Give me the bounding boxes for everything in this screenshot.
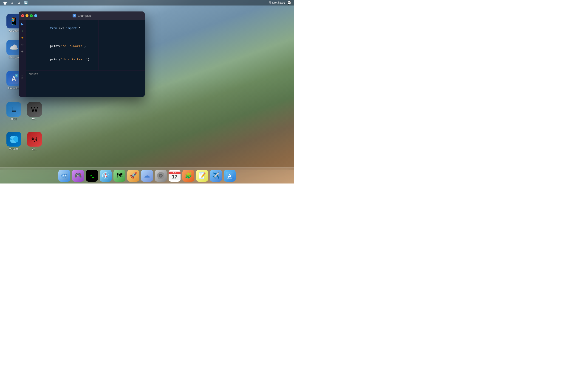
right-panel	[99, 20, 145, 70]
menubar: ⊘ ⚙ 🔄 周四晚上8:01 💬	[0, 0, 294, 6]
xfce-label: XFCE	[10, 118, 17, 120]
dock-terminal[interactable]: >_	[86, 170, 98, 182]
titlebar: × − + A Examples	[19, 11, 145, 20]
sidebar: ▶ ＋ ★ ☆ ✳	[19, 20, 26, 70]
settings-menu-icon: ⚙	[17, 0, 21, 5]
android-icon	[3, 0, 7, 5]
menu-time: 周四晚上8:01	[269, 1, 285, 5]
examples-label: Examples	[8, 87, 19, 90]
maximize-button[interactable]: +	[30, 14, 33, 17]
bookmark-button[interactable]: ☆	[20, 42, 25, 47]
desktop: ⊘ ⚙ 🔄 周四晚上8:01 💬 📱 AidCode Ju Ju... ☁️ C…	[0, 0, 294, 184]
output-sidebar: l o g	[19, 71, 26, 97]
run-button[interactable]: ▶	[20, 22, 25, 27]
code-area: from cvs import * print('hello,world') p…	[26, 20, 98, 70]
output-sidebar-g: g	[21, 77, 24, 79]
svg-text:A: A	[228, 173, 232, 179]
svg-rect-5	[4, 4, 5, 5]
code-line-5: print('open one image to show:')	[28, 66, 95, 70]
add-button[interactable]: ＋	[20, 28, 25, 33]
app-window: × − + A Examples	[19, 11, 145, 97]
ji-label: 积...	[32, 148, 37, 151]
special-button[interactable]	[34, 14, 37, 17]
svg-point-1	[6, 2, 6, 2]
dock-finder[interactable]	[58, 170, 70, 182]
window-title: A Examples	[73, 14, 91, 17]
minimize-button[interactable]: −	[26, 14, 28, 17]
svg-rect-6	[5, 4, 6, 5]
cloud-ip-label: Cloud_ip	[9, 56, 19, 58]
output-right-panel	[99, 71, 145, 97]
favorite-button[interactable]: ★	[20, 35, 25, 40]
dock-direction[interactable]: ✈️	[210, 170, 222, 182]
svg-point-29	[160, 175, 162, 177]
output-sidebar-l: l	[21, 74, 24, 74]
aidcode-label: AidCode	[9, 29, 19, 32]
svg-rect-31	[160, 178, 161, 179]
dock: 🎮 >_	[0, 167, 294, 184]
compass-menu-icon: ⊘	[10, 0, 14, 5]
dock-appstore[interactable]: A	[224, 170, 236, 182]
svg-rect-32	[157, 175, 158, 176]
svg-rect-2	[4, 2, 6, 4]
svg-rect-3	[3, 2, 4, 3]
desktop-icon-xfce[interactable]: 🖥 XFCE	[5, 102, 23, 120]
svg-point-20	[65, 175, 66, 176]
dock-icloud[interactable]: ☁	[141, 170, 153, 182]
dock-rocket[interactable]: 🚀	[127, 170, 139, 182]
svg-rect-33	[163, 175, 164, 176]
desktop-icon-vscode[interactable]: VSCode	[5, 132, 23, 150]
code-editor[interactable]: from cvs import * print('hello,world') p…	[26, 20, 98, 70]
svg-point-17	[63, 175, 64, 176]
desktop-icon-w[interactable]: W W...	[25, 102, 44, 120]
asterisk-button[interactable]: ✳	[20, 49, 25, 54]
menubar-right: 周四晚上8:01 💬	[269, 1, 291, 5]
title-text: Examples	[78, 14, 91, 17]
dock-calendar[interactable]: JUL 17	[169, 170, 181, 182]
svg-point-0	[4, 2, 5, 2]
code-line-3: print('hello,world')	[28, 40, 95, 53]
w-label: W...	[32, 118, 37, 120]
output-label: buput:	[28, 73, 96, 76]
vscode-label: VSCode	[9, 148, 19, 150]
calendar-date: 17	[172, 174, 177, 180]
dock-maps[interactable]: 🗺	[113, 170, 125, 182]
window-controls: × − +	[21, 14, 37, 17]
desktop-icon-ji[interactable]: 积 积...	[25, 132, 44, 151]
code-line-2	[28, 35, 95, 40]
dock-notes[interactable]: 📝	[196, 170, 208, 182]
menubar-left: ⊘ ⚙ 🔄	[3, 0, 28, 5]
output-content: buput:	[26, 71, 99, 97]
output-sidebar-o: o	[21, 75, 24, 76]
dock-system-preferences[interactable]	[155, 170, 167, 182]
dock-game-controller[interactable]: 🎮	[72, 170, 84, 182]
dock-puzzle[interactable]: 🧩	[182, 170, 194, 182]
window-content: ▶ ＋ ★ ☆ ✳ from cvs import * print('hello…	[19, 20, 145, 70]
code-line-4: print('this is test!')	[28, 53, 95, 67]
svg-rect-30	[160, 172, 161, 173]
update-menu-icon: 🔄	[23, 0, 28, 5]
svg-rect-4	[6, 2, 7, 3]
chat-icon: 💬	[287, 1, 291, 5]
svg-text:A: A	[74, 15, 75, 17]
output-area: l o g buput:	[19, 70, 145, 97]
dock-safari[interactable]	[100, 170, 112, 182]
svg-text:✦: ✦	[16, 75, 17, 77]
code-line-1: from cvs import *	[28, 22, 95, 35]
close-button[interactable]: ×	[21, 14, 24, 17]
title-app-icon: A	[73, 14, 76, 17]
